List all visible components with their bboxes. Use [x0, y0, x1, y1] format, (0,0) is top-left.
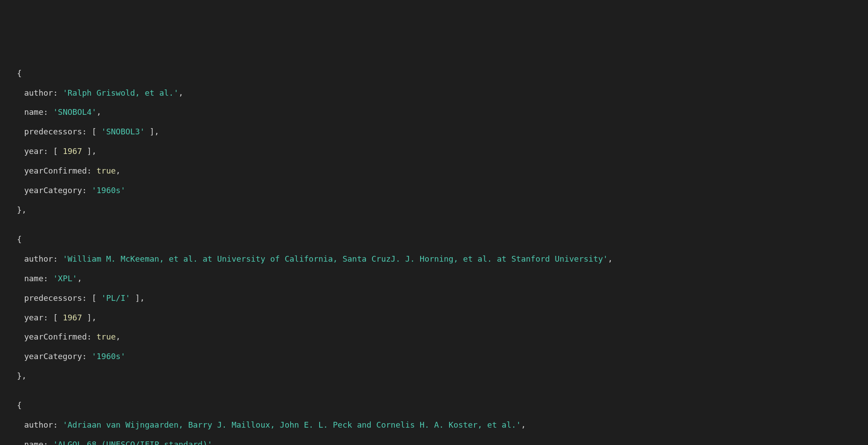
object-open: {	[0, 235, 868, 244]
prop-predecessors: predecessors: [ 'SNOBOL3' ],	[0, 127, 868, 137]
prop-name: name: 'ALGOL 68 (UNESCO/IFIP standard)',	[0, 440, 868, 445]
object-close: },	[0, 371, 868, 381]
terminal-output: { author: 'Ralph Griswold, et al.', name…	[0, 49, 868, 445]
prop-author: author: 'William M. McKeeman, et al. at …	[0, 254, 868, 264]
object-close: },	[0, 205, 868, 215]
prop-author: author: 'Ralph Griswold, et al.',	[0, 88, 868, 98]
object-open: {	[0, 69, 868, 78]
prop-yearcategory: yearCategory: '1960s'	[0, 352, 868, 361]
object-open: {	[0, 400, 868, 410]
prop-name: name: 'SNOBOL4',	[0, 107, 868, 117]
prop-yearcategory: yearCategory: '1960s'	[0, 186, 868, 195]
prop-name: name: 'XPL',	[0, 274, 868, 283]
prop-yearconfirmed: yearConfirmed: true,	[0, 166, 868, 176]
prop-year: year: [ 1967 ],	[0, 146, 868, 156]
prop-author: author: 'Adriaan van Wijngaarden, Barry …	[0, 420, 868, 430]
prop-year: year: [ 1967 ],	[0, 313, 868, 323]
prop-predecessors: predecessors: [ 'PL/I' ],	[0, 293, 868, 303]
prop-yearconfirmed: yearConfirmed: true,	[0, 332, 868, 342]
